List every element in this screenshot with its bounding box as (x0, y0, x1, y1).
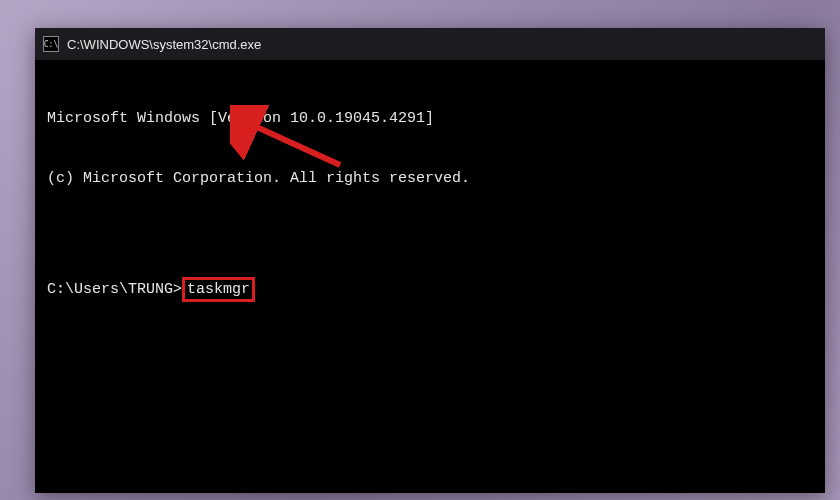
command-text: taskmgr (187, 281, 250, 298)
command-highlight: taskmgr (182, 277, 255, 303)
window-title: C:\WINDOWS\system32\cmd.exe (67, 37, 261, 52)
cmd-icon-label: C:\ (44, 40, 58, 49)
copyright-line: (c) Microsoft Corporation. All rights re… (47, 169, 813, 189)
prompt-text: C:\Users\TRUNG> (47, 280, 182, 300)
prompt-line: C:\Users\TRUNG>taskmgr (47, 277, 813, 303)
cmd-window: C:\ C:\WINDOWS\system32\cmd.exe Microsof… (35, 28, 825, 493)
terminal-area[interactable]: Microsoft Windows [Version 10.0.19045.42… (35, 60, 825, 493)
version-line: Microsoft Windows [Version 10.0.19045.42… (47, 109, 813, 129)
cmd-icon: C:\ (43, 36, 59, 52)
titlebar[interactable]: C:\ C:\WINDOWS\system32\cmd.exe (35, 28, 825, 60)
